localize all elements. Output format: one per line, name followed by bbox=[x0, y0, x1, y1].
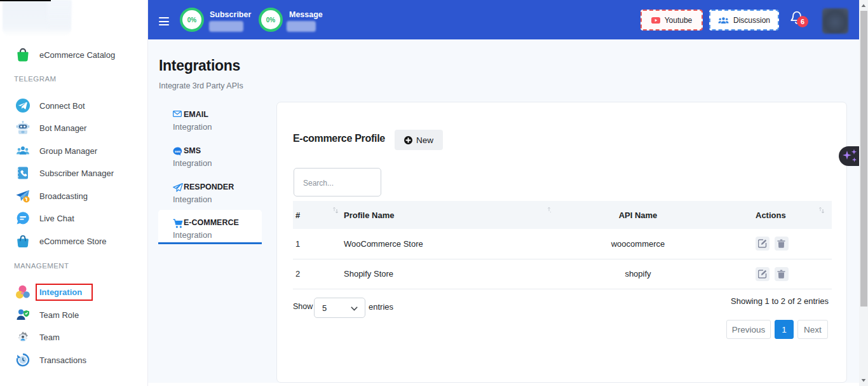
svg-text:SMS: SMS bbox=[175, 150, 181, 153]
